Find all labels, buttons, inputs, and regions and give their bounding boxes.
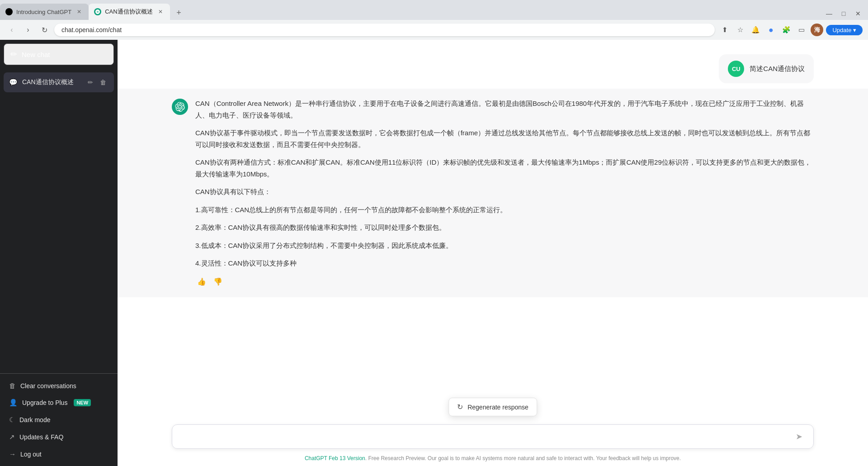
notifications-icon[interactable]: 🔔 [749,24,762,36]
updates-faq-button[interactable]: ↗ Updates & FAQ [4,428,114,446]
chat-messages: CU 简述CAN通信协议 CAN（Controller Area Network… [118,40,868,419]
back-button[interactable]: ‹ [5,24,18,36]
clear-conversations-label: Clear conversations [20,382,76,390]
footer-description: . Free Research Preview. Our goal is to … [365,455,681,461]
conversation-label: CAN通信协议概述 [22,78,80,86]
ai-paragraph-6: 2.高效率：CAN协议具有很高的数据传输速率和实时性，可以同时处理多个数据包。 [195,222,814,233]
main-chat-area: CU 简述CAN通信协议 CAN（Controller Area Network… [118,40,868,466]
user-avatar: CU [728,61,744,77]
dark-mode-button[interactable]: ☾ Dark mode [4,411,114,428]
ai-message-row: CAN（Controller Area Network）是一种串行通信协议，主要… [118,89,868,297]
updates-faq-label: Updates & FAQ [19,433,63,441]
forward-button[interactable]: › [22,24,34,36]
chatgpt-version-link[interactable]: ChatGPT Feb 13 Version [305,455,365,461]
browser-chrome: Introducing ChatGPT ✕ CAN通信协议概述 ✕ + — □ … [0,0,868,40]
external-link-icon: ↗ [9,433,15,441]
dark-mode-label: Dark mode [19,416,50,423]
ai-paragraph-1: CAN（Controller Area Network）是一种串行通信协议，主要… [195,98,814,121]
reload-button[interactable]: ↻ [38,24,51,36]
address-input[interactable] [54,24,715,36]
tab-favicon-can [94,8,101,15]
minimize-button[interactable]: — [823,7,835,20]
ai-paragraph-2: CAN协议基于事件驱动模式，即当一个节点需要发送数据时，它会将数据打包成一个帧（… [195,127,814,150]
ai-paragraph-5: 1.高可靠性：CAN总线上的所有节点都是等同的，任何一个节点的故障都不会影响整个… [195,204,814,216]
browser-actions: ⬆ ☆ 🔔 ● 🧩 ▭ 海 Update ▾ [718,24,863,36]
regenerate-label: Regenerate response [467,404,528,411]
ai-actions: 👍 👎 [195,276,814,288]
profile-button[interactable]: 海 [811,24,823,36]
log-out-button[interactable]: → Log out [4,446,114,462]
bookmark-icon[interactable]: ☆ [734,24,746,36]
address-bar-row: ‹ › ↻ ⬆ ☆ 🔔 ● 🧩 ▭ 海 Update ▾ [0,20,868,40]
ai-avatar [172,99,188,115]
upgrade-to-plus-label: Upgrade to Plus [22,399,67,406]
share-icon[interactable]: ⬆ [718,24,731,36]
delete-conversation-button[interactable]: 🗑 [98,77,108,88]
window-controls: — □ ✕ [823,7,868,20]
google-account-icon[interactable]: ● [764,24,777,36]
new-chat-label: New chat [22,51,50,58]
regenerate-icon: ↻ [457,403,463,411]
user-message-text: 简述CAN通信协议 [750,65,805,73]
conversation-icon: 💬 [9,78,18,86]
user-message-row: CU 简述CAN通信协议 [118,49,868,89]
send-button[interactable]: ➤ [792,429,806,444]
new-tab-button[interactable]: + [172,5,186,20]
tab-favicon-chatgpt [5,8,13,15]
sidebar-conversations: 💬 CAN通信协议概述 ✏ 🗑 [0,69,118,373]
tab-close-1[interactable]: ✕ [75,8,83,16]
extensions-icon[interactable]: 🧩 [780,24,793,36]
user-icon: 👤 [9,399,18,407]
ai-paragraph-3: CAN协议有两种通信方式：标准CAN和扩展CAN。标准CAN使用11位标识符（I… [195,157,814,180]
tab-label-2: CAN通信协议概述 [105,8,152,16]
clear-conversations-button[interactable]: 🗑 Clear conversations [4,377,114,394]
thumbs-up-button[interactable]: 👍 [195,276,208,288]
input-area: ➤ [118,419,868,452]
chat-input[interactable] [179,431,788,442]
ai-paragraph-8: 4.灵活性：CAN协议可以支持多种 [195,257,814,269]
ai-response-content: CAN（Controller Area Network）是一种串行通信协议，主要… [195,98,814,288]
regenerate-response-popup[interactable]: ↻ Regenerate response [448,398,537,416]
tab-close-2[interactable]: ✕ [156,8,165,16]
logout-icon: → [9,450,16,458]
app: ✏ New chat 💬 CAN通信协议概述 ✏ 🗑 🗑 Clear conve… [0,40,868,466]
tab-label-1: Introducing ChatGPT [16,9,71,15]
tab-bar: Introducing ChatGPT ✕ CAN通信协议概述 ✕ + — □ … [0,0,868,20]
update-button[interactable]: Update ▾ [826,25,863,35]
footer-text: ChatGPT Feb 13 Version. Free Research Pr… [118,452,868,466]
maximize-button[interactable]: □ [837,7,850,20]
sidebar: ✏ New chat 💬 CAN通信协议概述 ✏ 🗑 🗑 Clear conve… [0,40,118,466]
edit-conversation-button[interactable]: ✏ [85,77,96,88]
conversation-item-can[interactable]: 💬 CAN通信协议概述 ✏ 🗑 [4,72,114,92]
new-badge: NEW [74,399,91,406]
trash-icon: 🗑 [9,382,16,390]
sidebar-bottom: 🗑 Clear conversations 👤 Upgrade to Plus … [0,373,118,466]
tab-introducing-chatgpt[interactable]: Introducing ChatGPT ✕ [0,4,89,20]
log-out-label: Log out [20,451,42,458]
ai-paragraph-4: CAN协议具有以下特点： [195,186,814,198]
conversation-actions: ✏ 🗑 [85,77,108,88]
input-box: ➤ [172,424,814,449]
new-chat-button[interactable]: ✏ New chat [4,43,114,65]
thumbs-down-button[interactable]: 👎 [212,276,224,288]
user-bubble: CU 简述CAN通信协议 [719,54,814,83]
new-chat-icon: ✏ [10,49,17,59]
ai-paragraph-7: 3.低成本：CAN协议采用了分布式控制结构，不需要中央控制器，因此系统成本低廉。 [195,240,814,252]
moon-icon: ☾ [9,416,15,424]
tab-can[interactable]: CAN通信协议概述 ✕ [89,4,170,20]
sidebar-toggle-icon[interactable]: ▭ [795,24,808,36]
upgrade-to-plus-button[interactable]: 👤 Upgrade to Plus NEW [4,394,114,411]
sidebar-top: ✏ New chat [0,40,118,69]
close-window-button[interactable]: ✕ [852,7,864,20]
